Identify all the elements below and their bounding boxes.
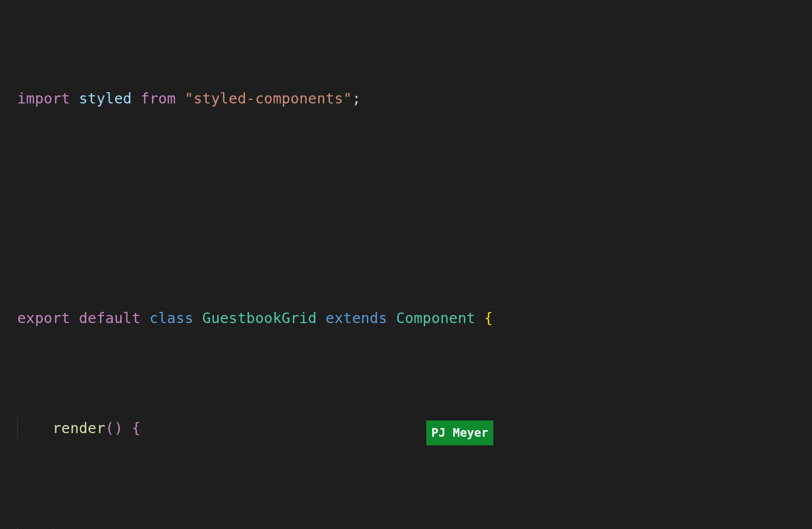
code-line[interactable]: export default class GuestbookGrid exten… (17, 307, 795, 329)
code-line-blank[interactable] (17, 198, 795, 220)
brace-open: { (132, 420, 141, 437)
kw-extends: extends (326, 310, 388, 327)
method-render: render (52, 420, 105, 437)
kw-from: from (141, 90, 176, 107)
string-module: "styled-components" (185, 90, 352, 107)
code-line[interactable]: const cells = this.props.signatures.map(… (17, 527, 795, 529)
id-styled: styled (79, 90, 132, 107)
kw-default: default (79, 310, 141, 327)
class-name: GuestbookGrid (202, 310, 317, 327)
class-base: Component (396, 310, 475, 327)
code-line[interactable]: import styled from "styled-components"; (17, 88, 795, 110)
kw-class: class (149, 310, 193, 327)
code-line[interactable]: render() { PJ Meyer (17, 417, 795, 439)
kw-import: import (17, 90, 70, 107)
paren: () (106, 420, 123, 437)
code-editor[interactable]: import styled from "styled-components"; … (0, 0, 812, 529)
kw-export: export (17, 310, 70, 327)
brace-open: { (484, 310, 493, 327)
participant-label-green: PJ Meyer (426, 420, 493, 445)
semicolon: ; (352, 90, 361, 107)
